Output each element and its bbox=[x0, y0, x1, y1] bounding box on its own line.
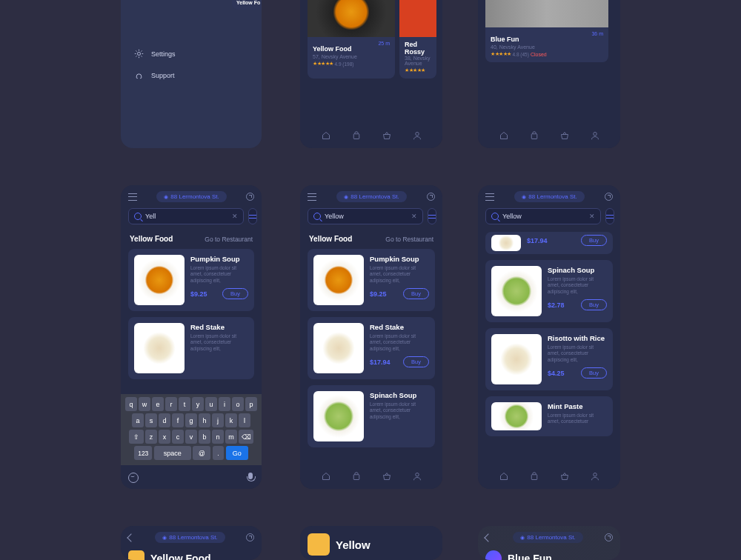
search-input[interactable]: ✕ bbox=[485, 208, 601, 224]
search-input[interactable]: ✕ bbox=[128, 208, 244, 224]
food-card[interactable]: Spinach Soup Lorem ipsum dolor sit amet,… bbox=[308, 385, 435, 447]
key-s[interactable]: s bbox=[145, 413, 157, 427]
food-card[interactable]: Risotto with Rice Lorem ipsum dolor sit … bbox=[485, 328, 613, 390]
key-o[interactable]: o bbox=[232, 397, 244, 411]
key-e[interactable]: e bbox=[152, 397, 164, 411]
phone-drawer: Prom-codes Orders Settings Support Resta… bbox=[121, 0, 262, 148]
restaurant-card[interactable]: Blue Fun36 m 40, Nevsky Avenue ★★★★★4.8 … bbox=[485, 0, 608, 62]
menu-icon[interactable] bbox=[485, 193, 494, 201]
food-card-partial[interactable]: $17.94Buy bbox=[485, 232, 613, 254]
bag-icon[interactable] bbox=[351, 472, 361, 481]
menu-icon[interactable] bbox=[128, 193, 137, 201]
clock-icon[interactable] bbox=[246, 193, 254, 201]
key-w[interactable]: w bbox=[139, 397, 150, 411]
home-icon[interactable] bbox=[499, 131, 508, 141]
at-key[interactable]: @ bbox=[193, 446, 210, 460]
clock-icon[interactable] bbox=[605, 533, 613, 541]
food-card[interactable]: Spinach Soup Lorem ipsum dolor sit amet,… bbox=[485, 260, 613, 322]
emoji-icon[interactable] bbox=[128, 473, 139, 483]
key-c[interactable]: c bbox=[172, 430, 184, 444]
key-p[interactable]: p bbox=[245, 397, 257, 411]
key-z[interactable]: z bbox=[145, 430, 157, 444]
address-pill[interactable]: ◉88 Lermontova St. bbox=[155, 532, 225, 543]
food-card[interactable]: Red Stake Lorem ipsum dolor sit amet, co… bbox=[128, 317, 254, 379]
buy-button[interactable]: Buy bbox=[403, 356, 429, 367]
address-pill[interactable]: ◉88 Lermontova St. bbox=[156, 191, 226, 202]
key-j[interactable]: j bbox=[212, 413, 224, 427]
key-g[interactable]: g bbox=[185, 413, 197, 427]
key-x[interactable]: x bbox=[159, 430, 170, 444]
key-u[interactable]: u bbox=[205, 397, 217, 411]
restaurant-card[interactable]: Yellow Food25 m 57, Nevsky Avenue ★★★★★4… bbox=[308, 0, 395, 79]
key-v[interactable]: v bbox=[185, 430, 197, 444]
key-l[interactable]: l bbox=[239, 413, 250, 427]
back-icon[interactable] bbox=[127, 533, 135, 541]
buy-button[interactable]: Buy bbox=[403, 288, 429, 299]
filter-button[interactable] bbox=[428, 208, 436, 224]
key-b[interactable]: b bbox=[199, 430, 210, 444]
key-d[interactable]: d bbox=[159, 413, 170, 427]
key-q[interactable]: q bbox=[125, 397, 137, 411]
clear-icon[interactable]: ✕ bbox=[589, 213, 595, 220]
key-r[interactable]: r bbox=[165, 397, 177, 411]
basket-icon[interactable] bbox=[559, 131, 569, 141]
key-f[interactable]: f bbox=[172, 413, 184, 427]
key-y[interactable]: y bbox=[192, 397, 204, 411]
bag-icon[interactable] bbox=[351, 131, 361, 141]
search-input[interactable]: ✕ bbox=[308, 208, 423, 224]
home-icon[interactable] bbox=[321, 131, 330, 141]
dot-key[interactable]: . bbox=[213, 446, 225, 460]
drawer-item-settings[interactable]: Settings bbox=[121, 43, 262, 64]
basket-icon[interactable] bbox=[559, 472, 569, 481]
key-k[interactable]: k bbox=[225, 413, 237, 427]
food-card[interactable]: Pumpkin Soup Lorem ipsum dolor sit amet,… bbox=[128, 249, 254, 311]
address-pill[interactable]: ◉88 Lermontova St. bbox=[513, 532, 582, 543]
space-key[interactable]: space bbox=[154, 446, 191, 460]
filter-button[interactable] bbox=[248, 208, 257, 224]
key-m[interactable]: m bbox=[225, 430, 237, 444]
food-card[interactable]: Pumpkin Soup Lorem ipsum dolor sit amet,… bbox=[308, 249, 435, 311]
goto-link[interactable]: Go to Restaurant bbox=[205, 236, 253, 243]
profile-icon[interactable] bbox=[590, 472, 599, 481]
home-icon[interactable] bbox=[321, 472, 330, 481]
basket-icon[interactable] bbox=[382, 131, 391, 141]
num-key[interactable]: 123 bbox=[134, 446, 152, 460]
key-a[interactable]: a bbox=[132, 413, 144, 427]
clear-icon[interactable]: ✕ bbox=[232, 213, 238, 220]
go-key[interactable]: Go bbox=[226, 446, 248, 460]
home-icon[interactable] bbox=[499, 472, 508, 481]
buy-button[interactable]: Buy bbox=[581, 367, 607, 379]
food-card[interactable]: Red Stake Lorem ipsum dolor sit amet, co… bbox=[308, 317, 435, 379]
clock-icon[interactable] bbox=[427, 193, 435, 201]
buy-button[interactable]: Buy bbox=[581, 235, 607, 246]
basket-icon[interactable] bbox=[382, 472, 391, 481]
key-n[interactable]: n bbox=[212, 430, 224, 444]
key-h[interactable]: h bbox=[199, 413, 210, 427]
back-icon[interactable] bbox=[484, 533, 492, 541]
backspace-key[interactable]: ⌫ bbox=[239, 430, 253, 444]
key-t[interactable]: t bbox=[179, 397, 190, 411]
bag-icon[interactable] bbox=[529, 131, 539, 141]
menu-icon[interactable] bbox=[308, 193, 316, 201]
buy-button[interactable]: Buy bbox=[222, 288, 248, 299]
filter-button[interactable] bbox=[605, 208, 614, 224]
goto-link[interactable]: Go to Restaurant bbox=[385, 236, 433, 243]
shift-key[interactable]: ⇧ bbox=[129, 430, 144, 444]
address-pill[interactable]: ◉88 Lermontova St. bbox=[336, 191, 406, 202]
bag-icon[interactable] bbox=[529, 472, 539, 481]
phone-search-results: ◉88 Lermontova St. ✕ Yellow Food Go to R… bbox=[300, 185, 442, 489]
mic-icon[interactable] bbox=[247, 473, 254, 483]
search-icon bbox=[313, 213, 321, 220]
restaurant-card[interactable]: Red Rossy 38, Nevsky Avenue ★★★★★ bbox=[399, 0, 436, 79]
profile-icon[interactable] bbox=[412, 131, 422, 141]
clock-icon[interactable] bbox=[246, 533, 254, 541]
profile-icon[interactable] bbox=[412, 472, 422, 481]
drawer-item-support[interactable]: Support bbox=[121, 64, 262, 86]
food-card[interactable]: Mint Paste Lorem ipsum dolor sit amet, c… bbox=[485, 396, 613, 436]
address-pill[interactable]: ◉88 Lermontova St. bbox=[514, 191, 584, 202]
buy-button[interactable]: Buy bbox=[581, 299, 607, 310]
clock-icon[interactable] bbox=[605, 193, 613, 201]
clear-icon[interactable]: ✕ bbox=[411, 213, 417, 220]
key-i[interactable]: i bbox=[219, 397, 230, 411]
profile-icon[interactable] bbox=[590, 131, 599, 141]
